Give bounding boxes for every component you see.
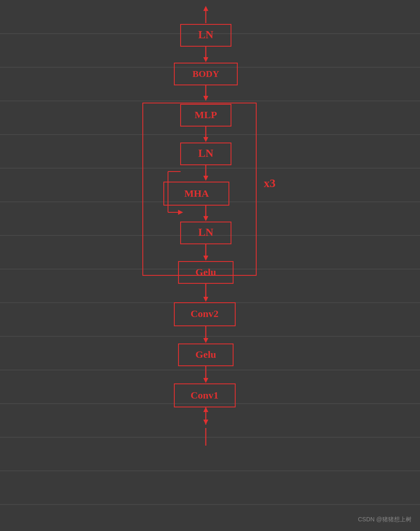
svg-marker-16 (203, 6, 208, 11)
svg-marker-37 (178, 210, 183, 215)
svg-marker-58 (203, 378, 208, 383)
svg-marker-24 (203, 96, 208, 101)
svg-text:Conv2: Conv2 (191, 308, 219, 319)
architecture-diagram: LN BODY MLP LN MHA (0, 0, 420, 531)
svg-text:Conv1: Conv1 (191, 390, 219, 401)
svg-text:Gelu: Gelu (195, 267, 216, 277)
svg-text:LN: LN (198, 147, 213, 159)
svg-text:BODY: BODY (192, 69, 219, 79)
svg-marker-64 (203, 407, 208, 412)
svg-marker-33 (203, 176, 208, 181)
svg-marker-50 (203, 297, 208, 302)
svg-text:LN: LN (198, 226, 213, 238)
watermark-text: CSDN @猪猪想上树 (358, 516, 412, 523)
svg-text:MLP: MLP (194, 109, 217, 120)
svg-text:x3: x3 (264, 177, 276, 190)
svg-marker-29 (203, 137, 208, 142)
svg-text:MHA: MHA (184, 188, 209, 199)
svg-text:LN: LN (198, 29, 213, 41)
diagram-container: LN BODY MLP LN MHA (0, 0, 420, 531)
svg-text:Gelu: Gelu (195, 349, 216, 360)
svg-marker-45 (203, 256, 208, 261)
svg-marker-20 (203, 57, 208, 62)
svg-marker-62 (203, 420, 208, 425)
svg-marker-54 (203, 338, 208, 343)
svg-marker-41 (203, 216, 208, 221)
